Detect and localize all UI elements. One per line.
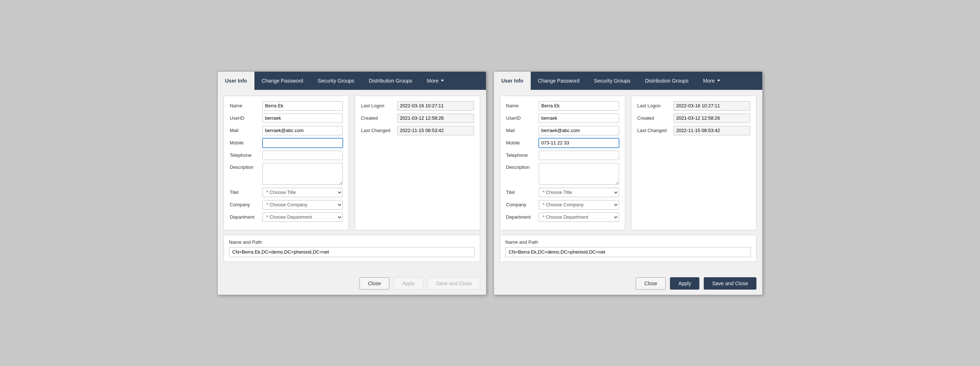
field-titel: Titel * Choose Title — [230, 188, 343, 197]
label-name: Name — [230, 103, 262, 109]
field-name: Name — [230, 101, 343, 110]
label-description: Description — [230, 163, 262, 170]
right-form-panel-right: Last Logon Created Last Changed — [631, 96, 756, 230]
label-company: Company — [230, 202, 262, 208]
footer-right: Close Apply Save and Close — [494, 272, 762, 295]
tab-user-info-right[interactable]: User Info — [494, 72, 531, 90]
path-panel-right: Name and Path — [500, 235, 756, 262]
label-created: Created — [361, 115, 397, 121]
apply-button-right[interactable]: Apply — [670, 277, 699, 289]
path-panel-left: Name and Path — [224, 235, 480, 262]
left-form-panel: Name UserID Mail Mobile Telephone — [224, 96, 349, 230]
input-telephone-r[interactable] — [539, 150, 619, 160]
label-description-r: Description — [506, 163, 539, 170]
label-created-r: Created — [637, 115, 674, 121]
label-lastchanged-r: Last Changed — [637, 128, 674, 133]
label-department: Department — [230, 214, 262, 220]
input-name-r[interactable] — [539, 101, 619, 110]
close-button-left[interactable]: Close — [360, 277, 389, 289]
label-lastlogon: Last Logon — [361, 103, 397, 109]
left-form-panel-right: Name UserID Mail Mobile Telephone — [500, 96, 625, 230]
input-name[interactable] — [262, 101, 343, 110]
tab-user-info-left[interactable]: User Info — [218, 72, 255, 90]
input-userid[interactable] — [262, 113, 343, 123]
label-mobile: Mobile — [230, 140, 262, 145]
select-company-r[interactable]: * Choose Company — [539, 200, 619, 209]
input-lastlogon — [397, 101, 474, 110]
input-description-r[interactable] — [539, 163, 619, 185]
input-created — [397, 113, 474, 123]
field-created-r: Created — [637, 113, 750, 123]
label-mail: Mail — [230, 128, 262, 133]
chevron-down-icon — [441, 80, 444, 82]
label-department-r: Department — [506, 214, 539, 220]
path-label: Name and Path — [229, 240, 475, 245]
label-mail-r: Mail — [506, 128, 539, 133]
select-titel-r[interactable]: * Choose Title — [539, 188, 619, 197]
content-right: Name UserID Mail Mobile Telephone — [494, 90, 762, 272]
close-button-right[interactable]: Close — [636, 277, 666, 289]
input-description[interactable] — [262, 163, 343, 185]
input-mobile[interactable] — [262, 138, 343, 148]
label-name-r: Name — [506, 103, 539, 109]
select-department[interactable]: * Choose Department — [262, 213, 343, 222]
field-titel-r: Titel * Choose Title — [506, 188, 619, 197]
label-mobile-r: Mobile — [506, 140, 539, 145]
field-created: Created — [361, 113, 474, 123]
path-label-r: Name and Path — [505, 240, 751, 245]
field-lastlogon: Last Logon — [361, 101, 474, 110]
save-close-button-right[interactable]: Save and Close — [704, 277, 756, 289]
tab-security-groups-left[interactable]: Security Groups — [310, 72, 361, 90]
label-company-r: Company — [506, 202, 539, 208]
field-mail: Mail — [230, 126, 343, 135]
input-lastchanged — [397, 126, 474, 135]
tab-change-password-left[interactable]: Change Password — [255, 72, 310, 90]
label-titel: Titel — [230, 190, 262, 195]
input-mail[interactable] — [262, 126, 343, 135]
field-department: Department * Choose Department — [230, 213, 343, 222]
field-telephone: Telephone — [230, 150, 343, 160]
field-telephone-r: Telephone — [506, 150, 619, 160]
tab-change-password-right[interactable]: Change Password — [531, 72, 587, 90]
field-department-r: Department * Choose Department — [506, 213, 619, 222]
field-lastchanged-r: Last Changed — [637, 126, 750, 135]
field-userid-r: UserID — [506, 113, 619, 123]
content-left: Name UserID Mail Mobile Telephone — [218, 90, 486, 272]
field-mobile: Mobile — [230, 138, 343, 148]
field-name-r: Name — [506, 101, 619, 110]
tab-distribution-groups-left[interactable]: Distribution Groups — [361, 72, 420, 90]
path-input-r — [505, 247, 751, 257]
input-telephone[interactable] — [262, 150, 343, 160]
tab-bar-left: User Info Change Password Security Group… — [218, 72, 486, 90]
select-titel[interactable]: * Choose Title — [262, 188, 343, 197]
chevron-down-icon-right — [717, 80, 720, 82]
tab-more-left[interactable]: More — [420, 72, 451, 90]
field-description: Description — [230, 163, 343, 185]
tab-distribution-groups-right[interactable]: Distribution Groups — [638, 72, 696, 90]
label-userid: UserID — [230, 115, 262, 121]
field-userid: UserID — [230, 113, 343, 123]
label-userid-r: UserID — [506, 115, 539, 121]
footer-left: Close Apply Save and Close — [218, 272, 486, 295]
path-input — [229, 247, 475, 257]
dialog-right: User Info Change Password Security Group… — [494, 71, 763, 295]
select-company[interactable]: * Choose Company — [262, 200, 343, 209]
field-lastchanged: Last Changed — [361, 126, 474, 135]
form-panels-left: Name UserID Mail Mobile Telephone — [224, 96, 480, 230]
right-form-panel: Last Logon Created Last Changed — [355, 96, 480, 230]
tab-bar-right: User Info Change Password Security Group… — [494, 72, 762, 90]
tab-security-groups-right[interactable]: Security Groups — [587, 72, 638, 90]
input-lastchanged-r — [674, 126, 750, 135]
field-mobile-r: Mobile — [506, 138, 619, 148]
select-department-r[interactable]: * Choose Department — [539, 213, 619, 222]
input-created-r — [674, 113, 750, 123]
save-close-button-left: Save and Close — [428, 277, 480, 289]
input-userid-r[interactable] — [539, 113, 619, 123]
dialog-left: User Info Change Password Security Group… — [217, 71, 486, 295]
field-company-r: Company * Choose Company — [506, 200, 619, 209]
label-lastchanged: Last Changed — [361, 128, 397, 133]
input-mail-r[interactable] — [539, 126, 619, 135]
form-panels-right: Name UserID Mail Mobile Telephone — [500, 96, 756, 230]
input-mobile-r[interactable] — [539, 138, 619, 148]
tab-more-right[interactable]: More — [696, 72, 727, 90]
